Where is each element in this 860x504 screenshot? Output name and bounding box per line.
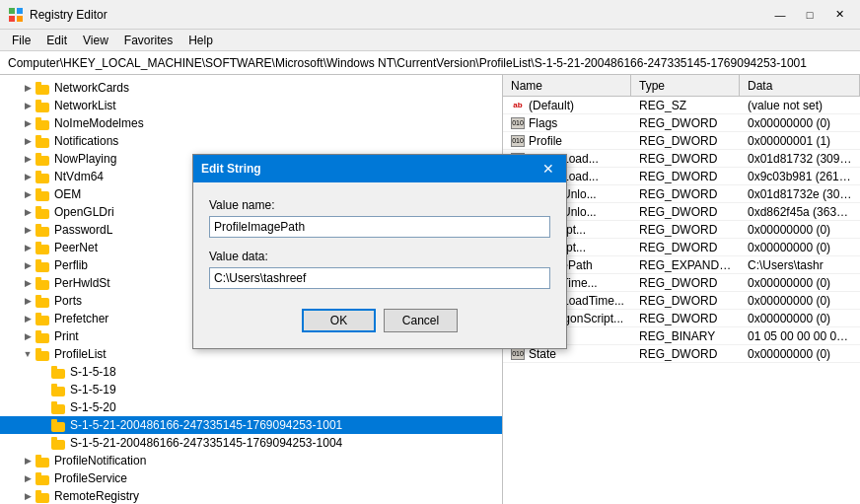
tree-expand-icon[interactable]: ▶ xyxy=(20,186,36,202)
value-type-cell: REG_DWORD xyxy=(631,312,740,325)
tree-item-label: S-1-5-21-200486166-247335145-1769094253-… xyxy=(70,436,342,450)
tree-expand-icon[interactable]: ▶ xyxy=(20,169,36,184)
tree-expand-icon[interactable]: ▶ xyxy=(20,204,36,220)
tree-item[interactable]: S-1-5-18 xyxy=(0,363,502,381)
tree-item[interactable]: ▶ NetworkList xyxy=(0,97,502,114)
folder-shape xyxy=(51,387,65,396)
table-row[interactable]: 010 Profile REG_DWORD 0x00000001 (1) xyxy=(503,132,860,150)
tree-expand-placeholder xyxy=(36,417,51,433)
tree-item[interactable]: ▶ NoImeModelmes xyxy=(0,114,502,132)
tree-expand-icon[interactable]: ▶ xyxy=(20,133,36,149)
folder-icon xyxy=(36,134,51,148)
folder-shape xyxy=(51,422,65,432)
tree-expand-icon[interactable]: ▶ xyxy=(20,470,36,486)
value-type-cell: REG_EXPAND_SZ xyxy=(631,258,740,272)
tree-expand-icon[interactable]: ▶ xyxy=(20,293,36,309)
value-data-cell: 0x00000000 (0) xyxy=(740,223,860,237)
tree-expand-icon[interactable]: ▶ xyxy=(20,275,36,291)
value-data-cell: 01 05 00 00 00 00 00 0 xyxy=(740,329,860,343)
folder-shape xyxy=(36,351,49,361)
tree-item-label: RemoteRegistry xyxy=(54,489,139,503)
tree-expand-icon[interactable]: ▼ xyxy=(20,346,36,362)
menu-help[interactable]: Help xyxy=(180,32,221,49)
tree-item-label: S-1-5-19 xyxy=(70,383,116,396)
menu-favorites[interactable]: Favorites xyxy=(116,32,180,49)
folder-shape xyxy=(36,316,49,325)
folder-icon xyxy=(36,454,51,468)
value-data-cell: 0x01d81732 (30938 xyxy=(740,152,860,166)
tree-item-label: OEM xyxy=(54,187,81,201)
dialog-close-button[interactable]: ✕ xyxy=(538,159,558,179)
menu-view[interactable]: View xyxy=(75,32,116,49)
dialog-title: Edit String xyxy=(201,162,261,176)
tree-item-label: NowPlaying xyxy=(54,152,116,166)
tree-item-label: Print xyxy=(54,329,79,343)
folder-icon xyxy=(36,187,51,201)
folder-icon xyxy=(36,276,51,290)
title-bar-controls: — □ ✕ xyxy=(767,5,852,25)
tree-expand-icon[interactable]: ▶ xyxy=(20,98,36,113)
minimize-button[interactable]: — xyxy=(767,5,793,25)
tree-item-label: S-1-5-21-200486166-247335145-1769094253-… xyxy=(70,418,342,432)
folder-shape xyxy=(36,298,49,308)
title-bar-left: Registry Editor xyxy=(8,7,108,23)
tree-item[interactable]: S-1-5-21-200486166-247335145-1769094253-… xyxy=(0,434,502,452)
tree-item[interactable]: S-1-5-20 xyxy=(0,398,502,416)
value-data-cell: 0x00000000 (0) xyxy=(740,276,860,290)
folder-shape xyxy=(51,369,65,379)
tree-expand-placeholder xyxy=(36,382,51,397)
tree-item[interactable]: S-1-5-19 xyxy=(0,381,502,398)
tree-item-label: NtVdm64 xyxy=(54,170,104,183)
folder-icon xyxy=(36,223,51,237)
folder-shape xyxy=(36,174,49,183)
tree-expand-icon[interactable]: ▶ xyxy=(20,257,36,273)
tree-item-label: OpenGLDri xyxy=(54,205,114,219)
menu-file[interactable]: File xyxy=(4,32,38,49)
tree-expand-icon[interactable]: ▶ xyxy=(20,240,36,255)
tree-expand-placeholder xyxy=(36,435,51,451)
value-data-cell: 0x00000000 (0) xyxy=(740,241,860,254)
folder-icon xyxy=(51,436,67,450)
value-type-cell: REG_DWORD xyxy=(631,241,740,254)
folder-icon xyxy=(36,329,51,343)
value-name-input[interactable] xyxy=(209,216,550,238)
reg-bin-icon: 010 xyxy=(511,135,525,147)
close-button[interactable]: ✕ xyxy=(826,5,852,25)
tree-item[interactable]: ▶ RemoteRegistry xyxy=(0,487,502,504)
value-type-cell: REG_DWORD xyxy=(631,205,740,219)
tree-item[interactable]: ▶ ProfileService xyxy=(0,469,502,487)
table-row[interactable]: 010 Flags REG_DWORD 0x00000000 (0) xyxy=(503,114,860,132)
value-data-cell: 0x01d81732e (30938 xyxy=(740,187,860,201)
value-type-cell: REG_DWORD xyxy=(631,116,740,130)
folder-icon xyxy=(36,170,51,183)
tree-item-label: Perflib xyxy=(54,258,88,272)
tree-item[interactable]: S-1-5-21-200486166-247335145-1769094253-… xyxy=(0,416,502,434)
tree-expand-icon[interactable]: ▶ xyxy=(20,453,36,468)
tree-item-label: ProfileNotification xyxy=(54,454,146,468)
tree-expand-icon[interactable]: ▶ xyxy=(20,328,36,344)
cancel-button[interactable]: Cancel xyxy=(384,309,458,332)
tree-item[interactable]: ▶ NetworkCards xyxy=(0,79,502,97)
folder-icon xyxy=(36,205,51,219)
ok-button[interactable]: OK xyxy=(302,309,376,332)
tree-expand-icon[interactable]: ▶ xyxy=(20,488,36,504)
tree-expand-icon[interactable]: ▶ xyxy=(20,311,36,326)
reg-bin-icon: 010 xyxy=(511,348,525,360)
tree-expand-icon[interactable]: ▶ xyxy=(20,151,36,167)
tree-expand-icon[interactable]: ▶ xyxy=(20,80,36,96)
value-data-input[interactable] xyxy=(209,267,550,289)
value-type-cell: REG_DWORD xyxy=(631,187,740,201)
table-row[interactable]: ab (Default) REG_SZ (value not set) xyxy=(503,97,860,114)
menu-edit[interactable]: Edit xyxy=(38,32,75,49)
tree-item[interactable]: ▶ ProfileNotification xyxy=(0,452,502,469)
folder-shape xyxy=(51,440,65,450)
edit-string-dialog: Edit String ✕ Value name: Value data: OK… xyxy=(192,154,567,349)
value-name-cell: 010 Flags xyxy=(503,116,631,130)
tree-expand-icon[interactable]: ▶ xyxy=(20,115,36,131)
maximize-button[interactable]: □ xyxy=(797,5,823,25)
dialog-body: Value name: Value data: OK Cancel xyxy=(193,182,566,348)
folder-shape xyxy=(36,191,49,201)
tree-item-label: NetworkCards xyxy=(54,81,129,95)
tree-expand-icon[interactable]: ▶ xyxy=(20,222,36,238)
tree-item[interactable]: ▶ Notifications xyxy=(0,132,502,150)
